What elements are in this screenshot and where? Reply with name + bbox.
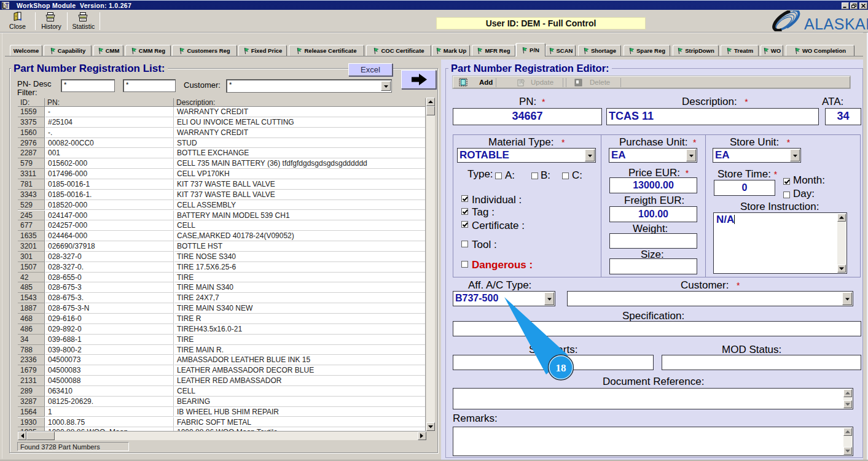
svg-text:18: 18	[556, 362, 566, 374]
svg-text:ALASKAR: ALASKAR	[804, 15, 868, 31]
